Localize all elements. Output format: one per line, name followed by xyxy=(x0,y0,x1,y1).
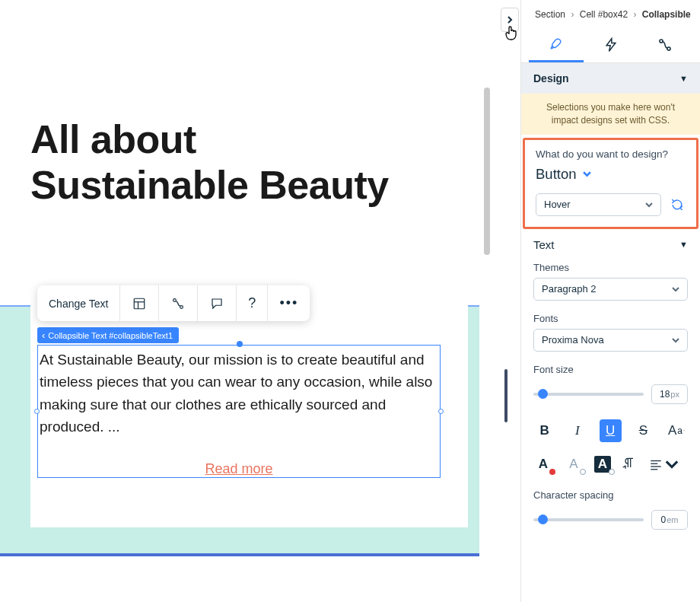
comment-button[interactable] xyxy=(198,285,237,321)
svg-point-4 xyxy=(180,305,183,308)
heading-line-1: All about xyxy=(30,117,196,161)
italic-button[interactable]: I xyxy=(566,419,588,442)
fonts-select[interactable]: Proxima Nova xyxy=(533,329,688,352)
text-highlight-button[interactable]: A xyxy=(594,456,611,473)
selection-handle-top[interactable] xyxy=(237,341,243,347)
paragraph-icon xyxy=(622,456,637,471)
page-stage[interactable]: All about Sustainable Beauty Change Text xyxy=(0,46,479,602)
connections-button[interactable] xyxy=(159,285,198,321)
breadcrumb-item[interactable]: Cell #box42 xyxy=(580,9,628,20)
chevron-right-icon: › xyxy=(633,9,636,20)
align-left-icon xyxy=(649,457,663,471)
chevron-right-icon: › xyxy=(571,9,574,20)
strikethrough-button[interactable]: S xyxy=(632,419,654,442)
more-button[interactable]: ••• xyxy=(268,285,310,321)
reset-state-button[interactable] xyxy=(669,196,686,213)
font-size-input[interactable]: 18 px xyxy=(651,384,688,404)
text-style-row: B I U S A a xyxy=(521,415,700,453)
color-swatch-icon xyxy=(580,469,586,475)
text-accordion-header[interactable]: Text ▼ xyxy=(521,229,700,259)
css-warning-note: Selections you make here won't impact de… xyxy=(521,94,700,135)
char-spacing-input[interactable]: 0 em xyxy=(651,510,688,530)
chevron-down-icon xyxy=(583,170,591,178)
inspector-panel: Section › Cell #box42 › Collapsible Desi… xyxy=(520,0,700,602)
design-target-box: What do you want to design? Button Hover xyxy=(523,138,698,229)
fonts-field: Fonts Proxima Nova xyxy=(521,310,700,361)
heading-line-2: Sustainable Beauty xyxy=(30,163,389,207)
dev-icon xyxy=(657,37,673,53)
tab-dev[interactable] xyxy=(638,27,692,62)
layout-icon xyxy=(132,296,147,311)
underline-button[interactable]: U xyxy=(600,419,622,442)
font-size-field: Font size xyxy=(521,361,700,381)
brush-icon xyxy=(549,37,564,52)
caret-down-icon: ▼ xyxy=(679,74,688,83)
collapse-panel-button[interactable] xyxy=(501,8,519,32)
tab-animation[interactable] xyxy=(584,27,638,62)
svg-marker-5 xyxy=(606,39,616,52)
canvas-scrollbar[interactable] xyxy=(484,88,490,255)
comment-icon xyxy=(209,296,224,311)
state-select[interactable]: Hover xyxy=(536,193,661,216)
selection-tag[interactable]: Collapsible Text #collapsibleText1 xyxy=(37,327,179,343)
breadcrumb-item[interactable]: Section xyxy=(535,9,565,20)
design-question-label: What do you want to design? xyxy=(536,148,686,160)
slider-thumb[interactable] xyxy=(538,514,548,524)
text-color-row: A A A xyxy=(521,453,700,486)
slider-thumb[interactable] xyxy=(538,389,548,399)
svg-point-6 xyxy=(660,40,663,43)
read-more-link[interactable]: Read more xyxy=(37,461,441,477)
text-case-button[interactable]: A a xyxy=(665,419,688,442)
font-size-slider[interactable] xyxy=(533,393,644,396)
breadcrumb: Section › Cell #box42 › Collapsible xyxy=(521,0,700,27)
connections-icon xyxy=(170,296,186,311)
text-direction-button[interactable] xyxy=(622,456,638,473)
selection-handle-left[interactable] xyxy=(34,409,40,414)
chevron-down-icon xyxy=(683,427,685,434)
panel-tabs xyxy=(521,27,700,63)
layout-button[interactable] xyxy=(120,285,159,321)
text-align-button[interactable] xyxy=(649,457,679,471)
reset-icon xyxy=(670,197,685,212)
color-swatch-icon xyxy=(549,469,555,475)
panel-resize-handle[interactable] xyxy=(504,369,508,422)
breadcrumb-current: Collapsible xyxy=(642,9,691,20)
svg-rect-0 xyxy=(135,298,145,309)
char-spacing-slider[interactable] xyxy=(533,518,644,521)
element-toolbar: Change Text ? ••• xyxy=(37,285,310,321)
design-target-dropdown[interactable]: Button xyxy=(536,166,686,183)
caret-down-icon: ▼ xyxy=(679,240,688,249)
char-spacing-field: Character spacing xyxy=(521,486,700,507)
chevron-down-icon xyxy=(665,457,679,471)
text-color-outline-button[interactable]: A xyxy=(564,454,584,474)
chevron-down-icon xyxy=(672,336,679,344)
selection-handle-right[interactable] xyxy=(438,409,444,414)
tab-design[interactable] xyxy=(529,27,584,62)
svg-point-3 xyxy=(173,298,177,301)
bold-button[interactable]: B xyxy=(533,419,555,442)
text-color-button[interactable]: A xyxy=(533,454,553,474)
svg-point-7 xyxy=(667,47,670,50)
help-button[interactable]: ? xyxy=(237,285,268,321)
themes-select[interactable]: Paragraph 2 xyxy=(533,278,688,301)
chevron-down-icon xyxy=(645,201,653,209)
collapsible-text-content[interactable]: At Sustainable Beauty, our mission is to… xyxy=(40,349,437,438)
themes-field: Themes Paragraph 2 xyxy=(521,259,700,310)
chevron-down-icon xyxy=(672,285,679,293)
color-swatch-icon xyxy=(609,469,615,475)
editor-canvas: All about Sustainable Beauty Change Text xyxy=(0,0,497,602)
lightning-icon xyxy=(603,37,619,53)
design-section-header[interactable]: Design ▼ xyxy=(521,63,700,94)
page-heading[interactable]: All about Sustainable Beauty xyxy=(30,117,389,209)
change-text-button[interactable]: Change Text xyxy=(37,285,120,321)
